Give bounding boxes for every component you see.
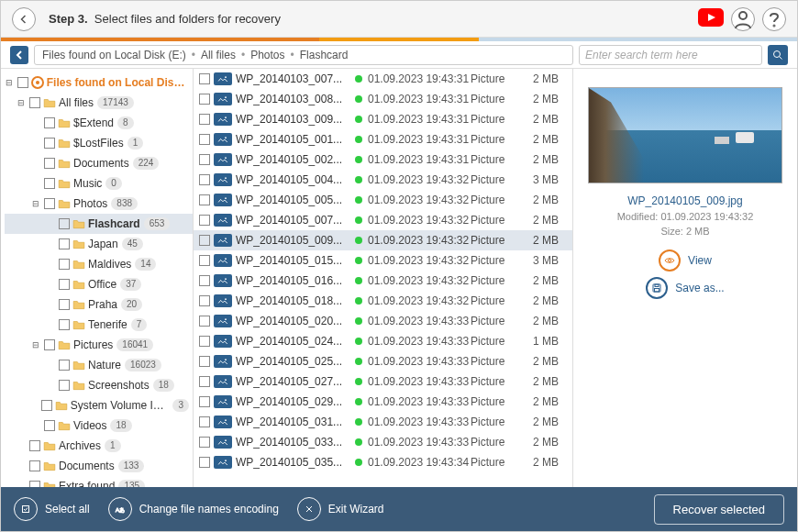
tree-checkbox[interactable] (59, 259, 70, 270)
file-checkbox[interactable] (199, 255, 210, 266)
tree-checkbox[interactable] (59, 279, 70, 290)
file-checkbox[interactable] (199, 235, 210, 246)
file-checkbox[interactable] (199, 416, 210, 427)
file-row[interactable]: WP_20140105_005...01.09.2023 19:43:32Pic… (194, 190, 572, 210)
tree-checkbox[interactable] (59, 299, 70, 310)
file-row[interactable]: WP_20140105_009...01.09.2023 19:43:32Pic… (194, 230, 572, 250)
file-checkbox[interactable] (199, 376, 210, 387)
file-row[interactable]: WP_20140105_016...01.09.2023 19:43:32Pic… (194, 271, 572, 291)
tree-item-documents[interactable]: Documents224 (5, 153, 193, 173)
save-as-button[interactable]: Save as... (646, 277, 724, 299)
file-checkbox[interactable] (199, 336, 210, 347)
file-checkbox[interactable] (199, 134, 210, 145)
tree-item-system-volume-information[interactable]: System Volume Information3 (5, 395, 193, 416)
tree-item-extra-found[interactable]: Extra found135 (5, 476, 193, 487)
file-row[interactable]: WP_20140105_029...01.09.2023 19:43:33Pic… (194, 392, 572, 412)
tree-checkbox[interactable] (59, 218, 70, 229)
preview-filename[interactable]: WP_20140105_009.jpg (586, 194, 784, 207)
breadcrumb-back-button[interactable] (10, 46, 28, 64)
file-checkbox[interactable] (199, 94, 210, 105)
tree-item-nature[interactable]: Nature16023 (5, 355, 193, 375)
tree-item-tenerife[interactable]: Tenerife7 (5, 315, 193, 335)
encoding-button[interactable]: Aあ Change file names encoding (108, 497, 279, 521)
tree-checkbox[interactable] (59, 360, 70, 371)
search-button[interactable] (768, 45, 788, 65)
tree-checkbox[interactable] (29, 460, 40, 471)
tree-checkbox[interactable] (59, 380, 70, 391)
file-row[interactable]: WP_20140105_001...01.09.2023 19:43:31Pic… (194, 129, 572, 150)
file-row[interactable]: WP_20140103_008...01.09.2023 19:43:31Pic… (194, 89, 572, 109)
file-checkbox[interactable] (199, 457, 210, 468)
tree-checkbox[interactable] (44, 178, 55, 189)
exit-wizard-button[interactable]: Exit Wizard (297, 497, 384, 521)
file-checkbox[interactable] (199, 437, 210, 448)
tree-checkbox[interactable] (44, 420, 55, 431)
file-checkbox[interactable] (199, 174, 210, 185)
file-row[interactable]: WP_20140105_025...01.09.2023 19:43:33Pic… (194, 351, 572, 371)
tree-item-japan[interactable]: Japan45 (5, 234, 193, 254)
file-checkbox[interactable] (199, 316, 210, 327)
tree-item-photos[interactable]: ⊟Photos838 (5, 194, 193, 214)
file-row[interactable]: WP_20140105_031...01.09.2023 19:43:33Pic… (194, 412, 572, 432)
tree-item-maldives[interactable]: Maldives14 (5, 254, 193, 274)
file-checkbox[interactable] (199, 215, 210, 226)
tree-item-archives[interactable]: Archives1 (5, 436, 193, 456)
tree-item-screenshots[interactable]: Screenshots18 (5, 375, 193, 395)
tree-checkbox[interactable] (29, 97, 40, 108)
file-row[interactable]: WP_20140105_020...01.09.2023 19:43:33Pic… (194, 311, 572, 331)
youtube-button[interactable] (698, 8, 724, 29)
file-row[interactable]: WP_20140105_018...01.09.2023 19:43:32Pic… (194, 291, 572, 311)
tree-checkbox[interactable] (44, 138, 55, 149)
file-checkbox[interactable] (199, 275, 210, 286)
tree-item-documents[interactable]: Documents133 (5, 456, 193, 476)
file-row[interactable]: WP_20140105_007...01.09.2023 19:43:32Pic… (194, 210, 572, 230)
breadcrumb[interactable]: Files found on Local Disk (E:) • All fil… (34, 45, 573, 65)
file-row[interactable]: WP_20140103_007...01.09.2023 19:43:31Pic… (194, 69, 572, 89)
tree-checkbox[interactable] (59, 238, 70, 249)
tree-checkbox[interactable] (44, 117, 55, 128)
folder-tree[interactable]: ⊟Files found on Local Disk (E:)⊟All file… (1, 69, 194, 487)
back-button[interactable] (12, 7, 36, 31)
recover-selected-button[interactable]: Recover selected (654, 494, 784, 525)
tree-item--lostfiles[interactable]: $LostFiles1 (5, 133, 193, 153)
help-button[interactable] (762, 7, 786, 31)
tree-item-pictures[interactable]: ⊟Pictures16041 (5, 335, 193, 355)
file-list[interactable]: WP_20140103_007...01.09.2023 19:43:31Pic… (194, 69, 572, 487)
tree-item-praha[interactable]: Praha20 (5, 294, 193, 315)
tree-checkbox[interactable] (29, 440, 40, 451)
file-row[interactable]: WP_20140105_004...01.09.2023 19:43:32Pic… (194, 170, 572, 190)
tree-item-office[interactable]: Office37 (5, 274, 193, 294)
file-checkbox[interactable] (199, 73, 210, 84)
account-button[interactable] (731, 7, 755, 31)
view-button[interactable]: View (659, 249, 712, 272)
tree-item-all-files[interactable]: ⊟All files17143 (5, 93, 193, 113)
file-checkbox[interactable] (199, 154, 210, 165)
tree-item--extend[interactable]: $Extend8 (5, 113, 193, 133)
tree-item-files-found-on-local-disk-e-[interactable]: ⊟Files found on Local Disk (E:) (5, 72, 193, 93)
breadcrumb-part[interactable]: All files (201, 49, 236, 61)
breadcrumb-part[interactable]: Flashcard (300, 49, 349, 61)
file-checkbox[interactable] (199, 396, 210, 407)
tree-checkbox[interactable] (44, 339, 55, 350)
file-row[interactable]: WP_20140105_002...01.09.2023 19:43:31Pic… (194, 150, 572, 170)
file-checkbox[interactable] (199, 114, 210, 125)
select-all-button[interactable]: Select all (14, 497, 90, 521)
tree-checkbox[interactable] (41, 400, 52, 411)
breadcrumb-part[interactable]: Photos (250, 49, 284, 61)
tree-checkbox[interactable] (44, 158, 55, 169)
file-row[interactable]: WP_20140105_027...01.09.2023 19:43:33Pic… (194, 371, 572, 392)
tree-toggle[interactable]: ⊟ (30, 340, 41, 349)
tree-checkbox[interactable] (59, 319, 70, 330)
search-input[interactable] (579, 45, 762, 65)
tree-toggle[interactable]: ⊟ (16, 98, 27, 107)
tree-item-music[interactable]: Music0 (5, 173, 193, 194)
file-row[interactable]: WP_20140103_009...01.09.2023 19:43:31Pic… (194, 109, 572, 129)
file-row[interactable]: WP_20140105_033...01.09.2023 19:43:33Pic… (194, 432, 572, 452)
tree-checkbox[interactable] (17, 77, 28, 88)
tree-checkbox[interactable] (29, 481, 40, 487)
tree-toggle[interactable]: ⊟ (30, 199, 41, 208)
tree-toggle[interactable]: ⊟ (5, 78, 15, 87)
file-row[interactable]: WP_20140105_035...01.09.2023 19:43:34Pic… (194, 452, 572, 472)
tree-checkbox[interactable] (44, 198, 55, 209)
file-row[interactable]: WP_20140105_024...01.09.2023 19:43:33Pic… (194, 331, 572, 351)
